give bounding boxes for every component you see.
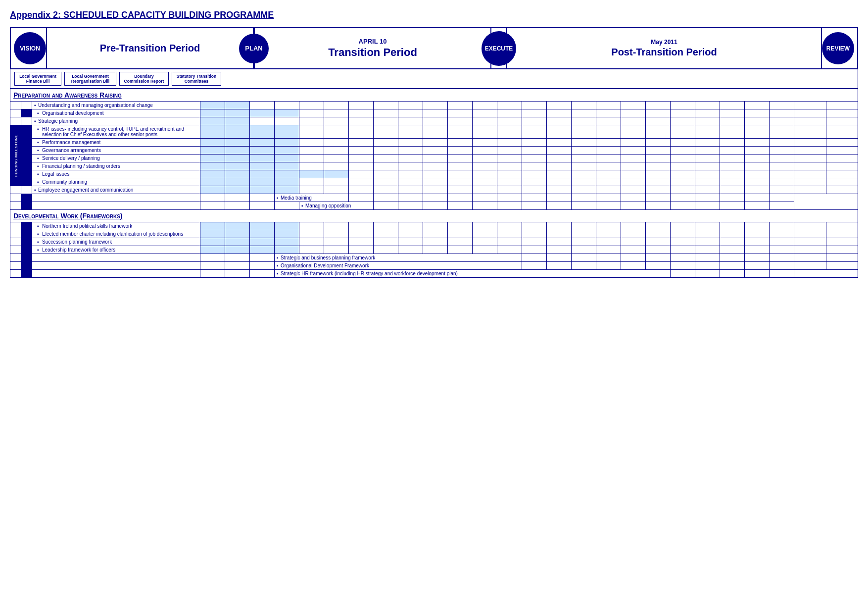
execute-circle: EXECUTE [482, 31, 516, 66]
section-1-title: Preparation and Awareness Raising [13, 91, 122, 99]
row-hr-issues: FUNDING MILESTONE ▪HR issues- including … [10, 125, 858, 139]
section-2-header: Developmental Work (Frameworks) [10, 210, 858, 222]
row-community: ▪Community planning [10, 178, 858, 186]
row-understanding: ▪Understanding and managing organisation… [10, 102, 858, 109]
header-pills-row: Local GovernmentFinance Bill Local Gover… [10, 69, 858, 89]
section-1-header: Preparation and Awareness Raising [10, 89, 858, 102]
row-service: ▪Service delivery / planning [10, 154, 858, 162]
pre-transition-block: Pre-Transition Period [46, 28, 254, 68]
row-media: ▪Media training [10, 194, 858, 202]
post-transition-block: May 2011 Post-Transition Period [506, 28, 822, 68]
pill-2: Local GovernmentReorganisation Bill [64, 72, 116, 86]
row-strategic-business: ▪Strategic and business planning framewo… [10, 254, 858, 262]
row-employee: ▪Employee engagement and communication [10, 186, 858, 194]
transition-label: Transition Period [260, 46, 485, 59]
review-circle: REVIEW [822, 32, 854, 64]
row-elected-member: ▪Elected member charter including clarif… [10, 230, 858, 238]
row-financial: ▪Financial planning / standing orders [10, 162, 858, 170]
row-org-dev: ▪Organisational development [10, 109, 858, 117]
row-strategic-hr: ▪Strategic HR framework (including HR st… [10, 270, 858, 278]
page-title: Appendix 2: SCHEDULED CAPACITY BUILDING … [10, 10, 858, 20]
row-leadership: ▪Leadership framework for officers [10, 246, 858, 254]
row-governance: ▪Governance arrangements [10, 147, 858, 154]
row-succession: ▪Succession planning framework [10, 238, 858, 246]
plan-circle: PLAN [239, 34, 269, 63]
section-2-title: Developmental Work (Frameworks) [13, 212, 122, 220]
post-transition-label: Post-Transition Period [512, 47, 816, 58]
main-table: Preparation and Awareness Raising ▪Under… [10, 89, 858, 278]
vision-circle: VISION [14, 32, 46, 64]
row-org-dev-framework: ▪Organisational Development Framework [10, 262, 858, 270]
pill-1: Local GovernmentFinance Bill [14, 72, 61, 86]
pill-3: BoundaryCommission Report [119, 72, 169, 86]
pill-4: Statutory TransitionCommittees [172, 72, 221, 86]
row-ni-political: ▪Northern Ireland political skills frame… [10, 222, 858, 230]
row-opposition: ▪Managing opposition [10, 202, 858, 210]
transition-block: APRIL 10 Transition Period [254, 28, 491, 68]
row-strategic-planning: ▪Strategic planning [10, 117, 858, 125]
pre-transition-label: Pre-Transition Period [52, 43, 248, 54]
row-legal: ▪Legal issues [10, 170, 858, 178]
row-performance: ▪Performance management [10, 139, 858, 147]
